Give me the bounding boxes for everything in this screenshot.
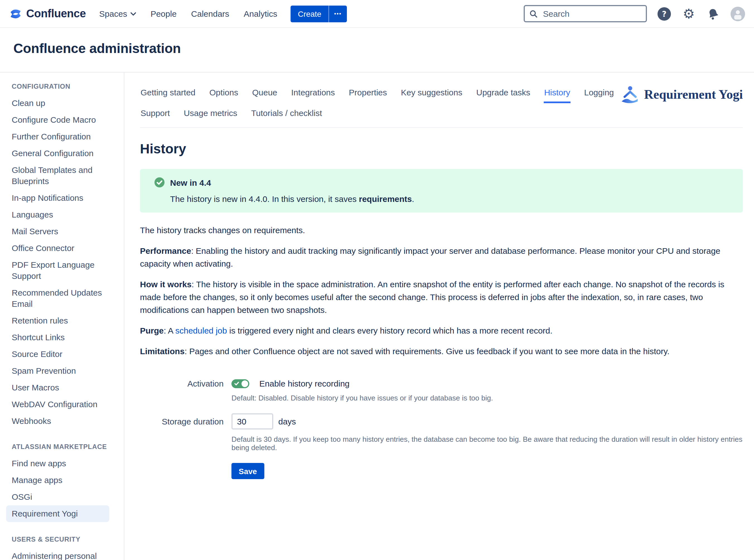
nav-item-people[interactable]: People bbox=[150, 9, 177, 18]
help-button[interactable]: ? bbox=[657, 6, 671, 21]
settings-button[interactable]: ⚙ bbox=[681, 6, 696, 21]
scheduled-job-link[interactable]: scheduled job bbox=[176, 326, 227, 335]
activation-label: Activation bbox=[140, 379, 224, 388]
search-input[interactable] bbox=[542, 8, 641, 19]
paragraph-performance: Performance: Enabling the history and au… bbox=[140, 244, 743, 270]
page-body: CONFIGURATION Clean up Configure Code Ma… bbox=[0, 72, 754, 560]
toggle-check-icon bbox=[234, 381, 239, 386]
sidebar-item-osgi[interactable]: OSGi bbox=[6, 488, 109, 505]
paragraph-limitations: Limitations: Pages and other Confluence … bbox=[140, 345, 743, 358]
sidebar-item-user-macros[interactable]: User Macros bbox=[6, 379, 109, 396]
sidebar-item-configure-code-macro[interactable]: Configure Code Macro bbox=[6, 112, 109, 128]
sidebar-item-administering-personal-access-tokens[interactable]: Administering personal access tokens bbox=[6, 548, 109, 560]
confluence-admin-app: Confluence Spaces People Calendars Analy… bbox=[0, 0, 754, 560]
sidebar-section-title: ATLASSIAN MARKETPLACE bbox=[12, 443, 115, 451]
page-title: Confluence administration bbox=[13, 40, 741, 57]
history-toggle[interactable] bbox=[231, 379, 249, 388]
tab-key-suggestions[interactable]: Key suggestions bbox=[401, 83, 463, 103]
notice-title: New in 4.4 bbox=[170, 178, 211, 187]
sidebar-section-title: CONFIGURATION bbox=[12, 83, 115, 91]
sidebar-section-atlassian-marketplace: ATLASSIAN MARKETPLACE Find new apps Mana… bbox=[6, 443, 115, 522]
paragraph-intro: The history tracks changes on requiremen… bbox=[140, 224, 743, 237]
sidebar-item-webdav-configuration[interactable]: WebDAV Configuration bbox=[6, 396, 109, 413]
create-more-button[interactable]: ••• bbox=[329, 5, 347, 22]
sidebar-item-retention-rules[interactable]: Retention rules bbox=[6, 312, 109, 329]
tab-logging[interactable]: Logging bbox=[584, 83, 615, 103]
sidebar-section-users-security: USERS & SECURITY Administering personal … bbox=[6, 536, 115, 560]
sidebar-item-requirement-yogi[interactable]: Requirement Yogi bbox=[6, 505, 109, 522]
sidebar-item-languages[interactable]: Languages bbox=[6, 206, 109, 223]
tab-queue[interactable]: Queue bbox=[251, 83, 278, 103]
brand-wordmark: Confluence bbox=[26, 7, 86, 20]
create-button[interactable]: Create bbox=[290, 5, 329, 22]
nav-item-spaces[interactable]: Spaces bbox=[99, 9, 136, 18]
tab-support[interactable]: Support bbox=[140, 103, 170, 124]
storage-duration-row: Storage duration days bbox=[140, 413, 743, 429]
tab-history[interactable]: History bbox=[544, 83, 571, 103]
sidebar-item-shortcut-links[interactable]: Shortcut Links bbox=[6, 329, 109, 346]
activation-help-text: Default: Disabled. Disable history if yo… bbox=[231, 394, 743, 402]
primary-nav: Spaces People Calendars Analytics bbox=[99, 9, 277, 18]
section-heading: History bbox=[140, 141, 743, 157]
sidebar-item-webhooks[interactable]: Webhooks bbox=[6, 413, 109, 429]
sidebar-item-office-connector[interactable]: Office Connector bbox=[6, 240, 109, 257]
sidebar-item-general-configuration[interactable]: General Configuration bbox=[6, 145, 109, 162]
top-navigation: Confluence Spaces People Calendars Analy… bbox=[0, 0, 754, 28]
activation-row: Activation Enable history recording bbox=[140, 379, 743, 388]
sidebar-item-pdf-export-language-support[interactable]: PDF Export Language Support bbox=[6, 257, 109, 284]
toggle-knob bbox=[242, 380, 248, 387]
sidebar-item-global-templates-and-blueprints[interactable]: Global Templates and Blueprints bbox=[6, 162, 109, 189]
user-menu-button[interactable] bbox=[731, 6, 745, 21]
paragraph-how-it-works: How it works: The history is visible in … bbox=[140, 278, 743, 316]
success-icon bbox=[155, 177, 164, 187]
requirement-yogi-logo-icon bbox=[619, 85, 640, 105]
sidebar-item-spam-prevention[interactable]: Spam Prevention bbox=[6, 363, 109, 379]
bell-icon bbox=[705, 5, 721, 22]
sidebar-item-clean-up[interactable]: Clean up bbox=[6, 95, 109, 112]
search-icon bbox=[529, 9, 538, 19]
requirement-yogi-logo-text: Requirement Yogi bbox=[644, 87, 743, 102]
sidebar-item-find-new-apps[interactable]: Find new apps bbox=[6, 455, 109, 472]
chevron-down-icon bbox=[130, 12, 136, 15]
sidebar-section-title: USERS & SECURITY bbox=[12, 536, 115, 543]
notice-header: New in 4.4 bbox=[155, 177, 734, 187]
storage-duration-input[interactable] bbox=[231, 413, 273, 429]
sidebar-item-mail-servers[interactable]: Mail Servers bbox=[6, 223, 109, 240]
admin-sidebar: CONFIGURATION Clean up Configure Code Ma… bbox=[0, 73, 124, 560]
storage-duration-label: Storage duration bbox=[140, 417, 224, 426]
storage-duration-unit: days bbox=[278, 417, 296, 426]
new-version-notice: New in 4.4 The history is new in 4.4.0. … bbox=[140, 169, 743, 213]
nav-item-calendars[interactable]: Calendars bbox=[191, 9, 229, 18]
sidebar-item-in-app-notifications[interactable]: In-app Notifications bbox=[6, 189, 109, 206]
confluence-home-link[interactable]: Confluence bbox=[9, 7, 86, 20]
notice-body: The history is new in 4.4.0. In this ver… bbox=[170, 194, 734, 204]
sidebar-item-source-editor[interactable]: Source Editor bbox=[6, 346, 109, 363]
avatar bbox=[731, 6, 745, 21]
sidebar-item-manage-apps[interactable]: Manage apps bbox=[6, 472, 109, 488]
toggle-label: Enable history recording bbox=[259, 379, 350, 388]
confluence-logo-icon bbox=[9, 7, 22, 20]
nav-right-group: ? ⚙ bbox=[524, 5, 745, 22]
global-search bbox=[524, 5, 647, 22]
tab-options[interactable]: Options bbox=[209, 83, 239, 103]
sidebar-item-further-configuration[interactable]: Further Configuration bbox=[6, 128, 109, 145]
page-header: Confluence administration bbox=[0, 28, 754, 72]
tab-upgrade-tasks[interactable]: Upgrade tasks bbox=[476, 83, 531, 103]
create-split-button: Create ••• bbox=[290, 5, 347, 22]
tab-getting-started[interactable]: Getting started bbox=[140, 83, 196, 103]
nav-item-analytics[interactable]: Analytics bbox=[244, 9, 277, 18]
sidebar-item-recommended-updates-email[interactable]: Recommended Updates Email bbox=[6, 284, 109, 312]
main-content: Requirement Yogi Getting started Options… bbox=[124, 73, 754, 560]
tab-usage-metrics[interactable]: Usage metrics bbox=[183, 103, 238, 124]
storage-help-text: Default is 30 days. If you keep too many… bbox=[231, 435, 743, 452]
sidebar-section-configuration: CONFIGURATION Clean up Configure Code Ma… bbox=[6, 83, 115, 429]
gear-icon: ⚙ bbox=[682, 7, 695, 20]
notifications-button[interactable] bbox=[706, 6, 720, 21]
svg-text:?: ? bbox=[662, 9, 667, 18]
paragraph-purge: Purge: A scheduled job is triggered ever… bbox=[140, 324, 743, 337]
tab-properties[interactable]: Properties bbox=[348, 83, 388, 103]
save-button[interactable]: Save bbox=[231, 463, 264, 479]
help-icon: ? bbox=[657, 6, 671, 21]
tab-integrations[interactable]: Integrations bbox=[290, 83, 335, 103]
tab-tutorials-checklist[interactable]: Tutorials / checklist bbox=[251, 103, 323, 124]
